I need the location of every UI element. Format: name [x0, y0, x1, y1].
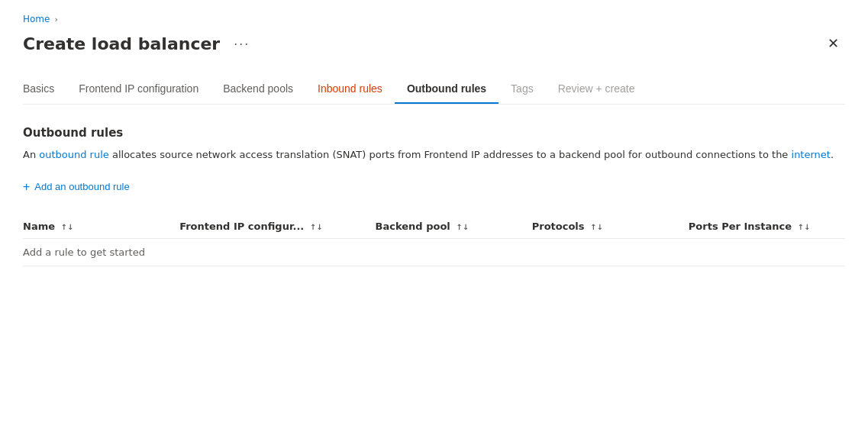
- desc-part1: An: [23, 149, 39, 160]
- tab-outbound-rules[interactable]: Outbound rules: [395, 76, 499, 104]
- page-header: Create load balancer ··· ✕: [23, 32, 845, 55]
- sort-icon-name[interactable]: ↑↓: [61, 223, 74, 231]
- col-header-protocols: Protocols ↑↓: [532, 214, 689, 239]
- outbound-rules-section: Outbound rules An outbound rule allocate…: [23, 126, 845, 266]
- outbound-rule-link[interactable]: outbound rule: [39, 149, 109, 160]
- internet-link[interactable]: internet: [792, 149, 831, 160]
- tab-inbound-rules[interactable]: Inbound rules: [305, 76, 395, 104]
- section-description: An outbound rule allocates source networ…: [23, 147, 845, 163]
- tab-review-create[interactable]: Review + create: [546, 76, 647, 104]
- page-title: Create load balancer: [23, 34, 220, 53]
- tab-tags[interactable]: Tags: [499, 76, 546, 104]
- empty-state-row: Add a rule to get started: [23, 238, 845, 266]
- tab-frontend-ip[interactable]: Frontend IP configuration: [66, 76, 211, 104]
- add-outbound-rule-button[interactable]: + Add an outbound rule: [23, 178, 130, 196]
- tabs-nav: Basics Frontend IP configuration Backend…: [23, 76, 845, 105]
- page-title-row: Create load balancer ···: [23, 34, 254, 53]
- col-header-ports: Ports Per Instance ↑↓: [689, 214, 845, 239]
- breadcrumb-chevron: ›: [54, 15, 57, 24]
- add-rule-label: Add an outbound rule: [34, 181, 129, 192]
- plus-icon: +: [23, 181, 30, 193]
- sort-icon-ports[interactable]: ↑↓: [798, 223, 811, 231]
- tab-basics[interactable]: Basics: [23, 76, 66, 104]
- tab-backend-pools[interactable]: Backend pools: [211, 76, 305, 104]
- desc-part2: allocates source network access translat…: [109, 149, 792, 160]
- page-container: Home › Create load balancer ··· ✕ Basics…: [0, 0, 868, 282]
- desc-end: .: [831, 149, 834, 160]
- col-header-backend: Backend pool ↑↓: [376, 214, 532, 239]
- section-title: Outbound rules: [23, 126, 845, 140]
- col-header-name: Name ↑↓: [23, 214, 179, 239]
- outbound-rules-table: Name ↑↓ Frontend IP configur... ↑↓ Backe…: [23, 214, 845, 266]
- close-button[interactable]: ✕: [821, 32, 845, 55]
- sort-icon-protocols[interactable]: ↑↓: [590, 223, 603, 231]
- sort-icon-backend[interactable]: ↑↓: [456, 223, 469, 231]
- col-header-frontend: Frontend IP configur... ↑↓: [179, 214, 375, 239]
- empty-state-message: Add a rule to get started: [23, 238, 845, 266]
- breadcrumb-home-link[interactable]: Home: [23, 14, 50, 24]
- table-header-row: Name ↑↓ Frontend IP configur... ↑↓ Backe…: [23, 214, 845, 239]
- breadcrumb: Home ›: [23, 14, 845, 24]
- sort-icon-frontend[interactable]: ↑↓: [310, 223, 323, 231]
- more-options-button[interactable]: ···: [229, 34, 254, 53]
